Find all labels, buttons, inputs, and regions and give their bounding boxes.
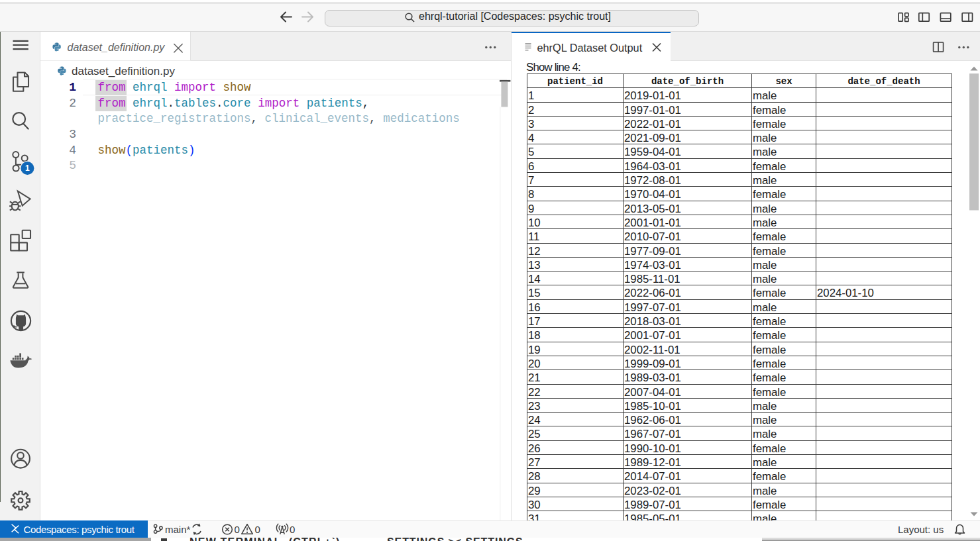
svg-text:1: 1 xyxy=(25,164,30,173)
